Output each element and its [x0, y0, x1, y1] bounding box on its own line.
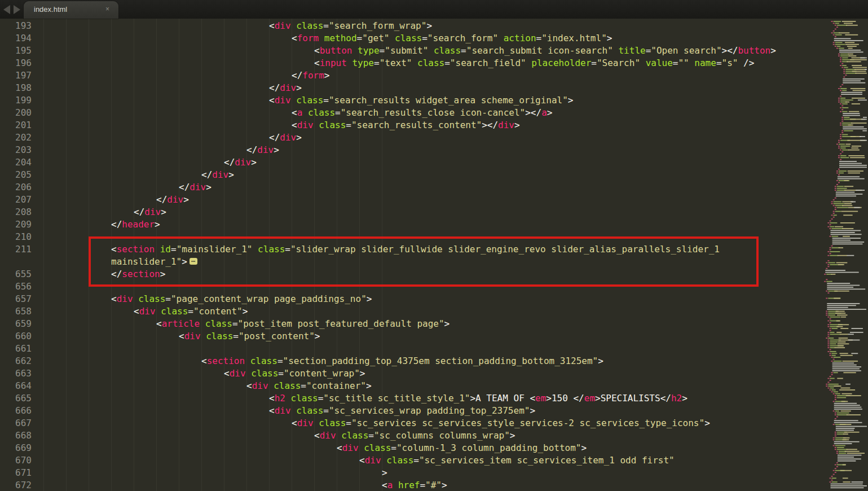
code-line[interactable]: 197</form> — [0, 69, 818, 82]
code-line[interactable]: 659<article class="post_item post_featur… — [0, 318, 818, 330]
line-number[interactable]: 194 — [0, 32, 32, 45]
line-number[interactable]: 670 — [0, 454, 32, 467]
code-line[interactable]: 656 — [0, 280, 818, 293]
code-text: <div class="sc_services_wrap padding_top… — [269, 405, 535, 417]
code-text: <article class="post_item post_featured_… — [156, 318, 450, 330]
code-line[interactable]: 669<div class="column-1_3 column_padding… — [0, 442, 818, 454]
line-number[interactable] — [0, 256, 32, 268]
line-number[interactable]: 197 — [0, 69, 32, 82]
line-number[interactable]: 199 — [0, 94, 32, 107]
line-number[interactable]: 198 — [0, 82, 32, 94]
line-number[interactable]: 208 — [0, 206, 32, 218]
code-line[interactable]: 201<div class="search_results_content"><… — [0, 119, 818, 131]
line-number[interactable]: 666 — [0, 405, 32, 417]
line-number[interactable]: 203 — [0, 144, 32, 156]
line-number[interactable]: 663 — [0, 367, 32, 380]
code-line[interactable]: 196<input type="text" class="search_fiel… — [0, 57, 818, 69]
code-text: <h2 class="sc_title sc_title_style_1">A … — [269, 392, 688, 405]
code-line[interactable]: 195<button type="submit" class="search_s… — [0, 45, 818, 57]
code-line[interactable]: 664<div class="container"> — [0, 380, 818, 392]
line-number[interactable]: 206 — [0, 181, 32, 194]
line-number[interactable]: 204 — [0, 156, 32, 169]
code-text: <div class="container"> — [246, 380, 372, 392]
code-editor[interactable]: 193<div class="search_form_wrap">194<for… — [0, 19, 818, 491]
code-line[interactable]: 204</div> — [0, 156, 818, 169]
code-line[interactable]: 209</header> — [0, 218, 818, 231]
code-text: <section class="section_padding_top_4375… — [201, 355, 603, 367]
line-number[interactable]: 672 — [0, 479, 32, 491]
line-number[interactable]: 205 — [0, 169, 32, 181]
code-line[interactable]: 662<section class="section_padding_top_4… — [0, 355, 818, 367]
forward-arrow-icon[interactable] — [14, 5, 20, 14]
line-number[interactable]: 195 — [0, 45, 32, 57]
code-line[interactable]: 655</section> — [0, 268, 818, 280]
line-number[interactable]: 657 — [0, 293, 32, 305]
code-text: <input type="text" class="search_field" … — [314, 57, 754, 69]
code-line[interactable]: 203</div> — [0, 144, 818, 156]
fold-marker-icon[interactable]: ⋯ — [190, 258, 197, 265]
line-number[interactable]: 655 — [0, 268, 32, 280]
code-line[interactable]: 207</div> — [0, 194, 818, 206]
line-number[interactable]: 669 — [0, 442, 32, 454]
line-number[interactable]: 664 — [0, 380, 32, 392]
code-line[interactable]: 657<div class="page_content_wrap page_pa… — [0, 293, 818, 305]
line-number[interactable]: 656 — [0, 280, 32, 293]
tab-bar: index.html × — [0, 0, 868, 19]
code-text: </div> — [269, 82, 302, 94]
code-line[interactable]: 202</div> — [0, 131, 818, 144]
line-number[interactable]: 211 — [0, 243, 32, 256]
code-text: <a class="search_results_close icon-canc… — [292, 107, 552, 119]
code-text: </section> — [111, 268, 165, 280]
line-number[interactable]: 202 — [0, 131, 32, 144]
line-number[interactable]: 201 — [0, 119, 32, 131]
code-line[interactable]: 667<div class="sc_services sc_services_s… — [0, 417, 818, 429]
code-line[interactable]: 200<a class="search_results_close icon-c… — [0, 107, 818, 119]
code-line[interactable]: 211<section id="mainslider_1" class="sli… — [0, 243, 818, 256]
line-number[interactable]: 658 — [0, 305, 32, 318]
code-line[interactable]: 205</div> — [0, 169, 818, 181]
code-line[interactable]: 660<div class="post_content"> — [0, 330, 818, 343]
code-line[interactable]: 671> — [0, 467, 818, 479]
code-line[interactable]: 198</div> — [0, 82, 818, 94]
line-number[interactable]: 667 — [0, 417, 32, 429]
line-number[interactable]: 210 — [0, 231, 32, 243]
code-text: <div class="sc_columns columns_wrap"> — [314, 429, 515, 442]
tab-index-html[interactable]: index.html × — [24, 1, 118, 19]
minimap[interactable] — [818, 19, 868, 491]
code-line[interactable]: 208</div> — [0, 206, 818, 218]
line-number[interactable]: 668 — [0, 429, 32, 442]
code-line[interactable]: 206</div> — [0, 181, 818, 194]
code-line[interactable]: 670<div class="sc_services_item sc_servi… — [0, 454, 818, 467]
code-line[interactable]: 663<div class="content_wrap"> — [0, 367, 818, 380]
line-number[interactable]: 209 — [0, 218, 32, 231]
code-line[interactable]: 661 — [0, 343, 818, 355]
code-line[interactable]: 199<div class="search_results widget_are… — [0, 94, 818, 107]
line-number[interactable]: 207 — [0, 194, 32, 206]
code-line[interactable]: 668<div class="sc_columns columns_wrap"> — [0, 429, 818, 442]
code-text: > — [382, 467, 387, 479]
code-text: <div class="sc_services sc_services_styl… — [292, 417, 710, 429]
code-line[interactable]: 665<h2 class="sc_title sc_title_style_1"… — [0, 392, 818, 405]
code-line[interactable]: mainslider_1">⋯ — [0, 256, 818, 268]
code-line[interactable]: 672<a href="#"> — [0, 479, 818, 491]
code-line[interactable]: 193<div class="search_form_wrap"> — [0, 20, 818, 32]
code-line[interactable]: 210 — [0, 231, 818, 243]
line-number[interactable]: 193 — [0, 20, 32, 32]
code-text: <div class="search_form_wrap"> — [269, 20, 432, 32]
code-line[interactable]: 658<div class="content"> — [0, 305, 818, 318]
code-text: </header> — [111, 218, 160, 231]
code-line[interactable]: 194<form method="get" class="search_form… — [0, 32, 818, 45]
line-number[interactable]: 200 — [0, 107, 32, 119]
code-line[interactable]: 666<div class="sc_services_wrap padding_… — [0, 405, 818, 417]
tab-close-icon[interactable]: × — [105, 5, 109, 13]
line-number[interactable]: 665 — [0, 392, 32, 405]
line-number[interactable]: 660 — [0, 330, 32, 343]
code-text: <div class="content"> — [134, 305, 248, 318]
back-arrow-icon[interactable] — [3, 5, 10, 14]
line-number[interactable]: 661 — [0, 343, 32, 355]
line-number[interactable]: 662 — [0, 355, 32, 367]
line-number[interactable]: 196 — [0, 57, 32, 69]
line-number[interactable]: 671 — [0, 467, 32, 479]
code-text: <div class="content_wrap"> — [224, 367, 365, 380]
line-number[interactable]: 659 — [0, 318, 32, 330]
